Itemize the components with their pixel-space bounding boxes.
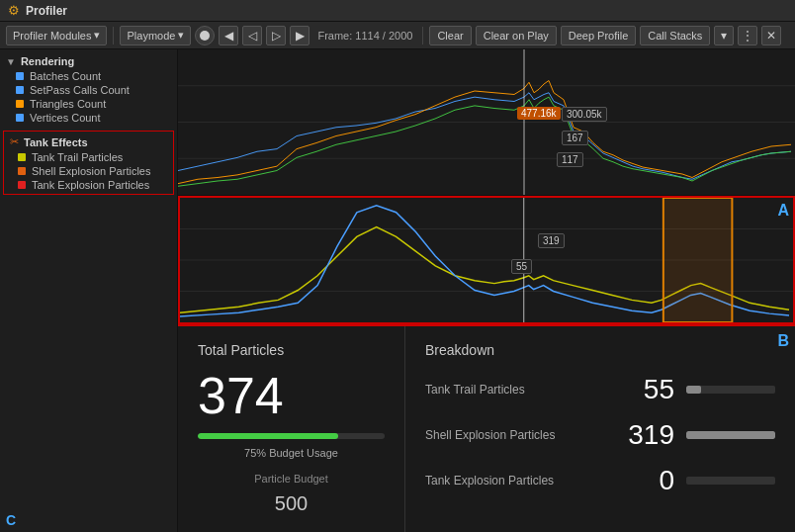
separator [422, 27, 423, 44]
breakdown-row-shell: Shell Explosion Particles 319 [425, 419, 775, 451]
badge-55: 55 [511, 259, 532, 274]
particle-budget-label: Particle Budget [198, 473, 385, 485]
clear-on-play-button[interactable]: Clear on Play [476, 26, 557, 45]
modules-label: Profiler Modules [13, 30, 91, 42]
sidebar-item-triangles[interactable]: Triangles Count [0, 97, 177, 111]
tank-effects-chart[interactable]: 319 55 A [178, 196, 795, 324]
charts-area: 477.16k 300.05k 167 117 [178, 49, 795, 324]
clear-button[interactable]: Clear [429, 26, 471, 45]
badge-319: 319 [538, 233, 565, 248]
svg-rect-9 [663, 198, 733, 322]
shell-color [18, 167, 26, 175]
breakdown-row-tank-explosion: Tank Explosion Particles 0 [425, 465, 775, 496]
badge-117: 117 [557, 152, 583, 167]
badge-477k: 477.16k [517, 107, 561, 120]
total-particles-panel: Total Particles 374 75% Budget Usage Par… [178, 326, 405, 532]
badge-300k: 300.05k [562, 107, 607, 122]
title-bar: ⚙ Profiler [0, 0, 795, 22]
badge-167: 167 [562, 131, 588, 145]
playmode-label: Playmode [127, 30, 175, 42]
a-annotation: A [777, 202, 789, 220]
tank-effects-header[interactable]: ✂ Tank Effects [4, 133, 173, 150]
triangles-color [16, 100, 24, 108]
sidebar: ▼ Rendering Batches Count SetPass Calls … [0, 49, 178, 532]
sidebar-item-trail-particles[interactable]: Tank Trail Particles [4, 150, 173, 164]
shell-bar-fill [686, 431, 775, 439]
breakdown-row-trail: Tank Trail Particles 55 [425, 374, 775, 405]
rendering-chart[interactable]: 477.16k 300.05k 167 117 [178, 49, 795, 196]
rendering-section: ▼ Rendering Batches Count SetPass Calls … [0, 49, 177, 129]
setpass-label: SetPass Calls Count [30, 84, 130, 96]
budget-usage-label: 75% Budget Usage [198, 447, 385, 459]
record-button[interactable] [195, 26, 215, 45]
profiler-modules-dropdown[interactable]: Profiler Modules ▾ [6, 26, 107, 45]
b-annotation: B [777, 332, 789, 350]
shell-value: 319 [615, 419, 674, 451]
window-title: Profiler [26, 4, 67, 18]
vertices-color [16, 114, 24, 122]
rendering-header[interactable]: ▼ Rendering [0, 53, 177, 69]
vertices-label: Vertices Count [30, 112, 101, 124]
record-icon [200, 31, 210, 41]
budget-progress-bar [198, 433, 385, 439]
main-area: ▼ Rendering Batches Count SetPass Calls … [0, 49, 795, 532]
trail-bar [686, 386, 775, 394]
tank-explosion-bar [686, 477, 775, 485]
deep-profile-button[interactable]: Deep Profile [561, 26, 637, 45]
trail-label: Tank Trail Particles [32, 151, 123, 163]
tank-effects-section: ✂ Tank Effects Tank Trail Particles Shel… [3, 131, 174, 195]
sidebar-item-setpass[interactable]: SetPass Calls Count [0, 83, 177, 97]
budget-progress-fill [198, 433, 338, 439]
frame-label: Frame: 1114 / 2000 [313, 30, 416, 42]
c-annotation: C [0, 508, 177, 532]
profiler-icon: ⚙ [8, 3, 20, 18]
particle-budget-value: 500 [198, 492, 385, 515]
total-particles-title: Total Particles [198, 342, 385, 358]
total-particles-value: 374 [198, 370, 385, 421]
tank-explosion-name: Tank Explosion Particles [425, 474, 603, 488]
separator [113, 27, 114, 44]
shell-bar [686, 431, 775, 439]
batches-label: Batches Count [30, 70, 101, 82]
shell-label: Shell Explosion Particles [32, 165, 150, 177]
breakdown-panel: Breakdown B Tank Trail Particles 55 Shel… [405, 326, 795, 532]
sidebar-item-shell-particles[interactable]: Shell Explosion Particles [4, 164, 173, 178]
batches-color [16, 72, 24, 80]
playmode-dropdown[interactable]: Playmode ▾ [120, 26, 191, 45]
sidebar-item-tank-explosion[interactable]: Tank Explosion Particles [4, 178, 173, 192]
sidebar-item-vertices[interactable]: Vertices Count [0, 111, 177, 125]
tank-chart-svg [180, 198, 793, 322]
step-forward-button[interactable]: ▷ [266, 26, 286, 45]
next-frame-button[interactable]: ▶ [290, 26, 309, 45]
chevron-down-icon: ▾ [94, 29, 100, 42]
sidebar-item-batches[interactable]: Batches Count [0, 69, 177, 83]
trail-name: Tank Trail Particles [425, 383, 603, 397]
rendering-chart-svg [178, 49, 795, 195]
rendering-label: Rendering [21, 55, 74, 67]
prev-frame-button[interactable]: ◀ [219, 26, 238, 45]
tank-explosion-label: Tank Explosion Particles [32, 179, 149, 191]
chevron-down-icon: ▾ [178, 29, 184, 42]
call-stacks-button[interactable]: Call Stacks [640, 26, 710, 45]
settings-button[interactable]: ⋮ [738, 26, 757, 45]
tank-effects-label: Tank Effects [24, 136, 88, 148]
toolbar: Profiler Modules ▾ Playmode ▾ ◀ ◁ ▷ ▶ Fr… [0, 22, 795, 49]
tank-explosion-color [18, 181, 26, 189]
right-content: 477.16k 300.05k 167 117 [178, 49, 795, 532]
close-button[interactable]: ✕ [761, 26, 781, 45]
trail-color [18, 153, 26, 161]
trail-value: 55 [615, 374, 674, 405]
trail-bar-fill [686, 386, 701, 394]
tank-explosion-value: 0 [615, 465, 674, 496]
setpass-color [16, 86, 24, 94]
breakdown-title: Breakdown [425, 342, 775, 358]
step-back-button[interactable]: ◁ [242, 26, 262, 45]
tools-icon: ✂ [10, 135, 19, 148]
call-stacks-dropdown-btn[interactable]: ▾ [714, 26, 734, 45]
bottom-stats: Total Particles 374 75% Budget Usage Par… [178, 324, 795, 532]
shell-name: Shell Explosion Particles [425, 428, 603, 442]
triangles-label: Triangles Count [30, 98, 106, 110]
arrow-icon: ▼ [6, 56, 16, 67]
